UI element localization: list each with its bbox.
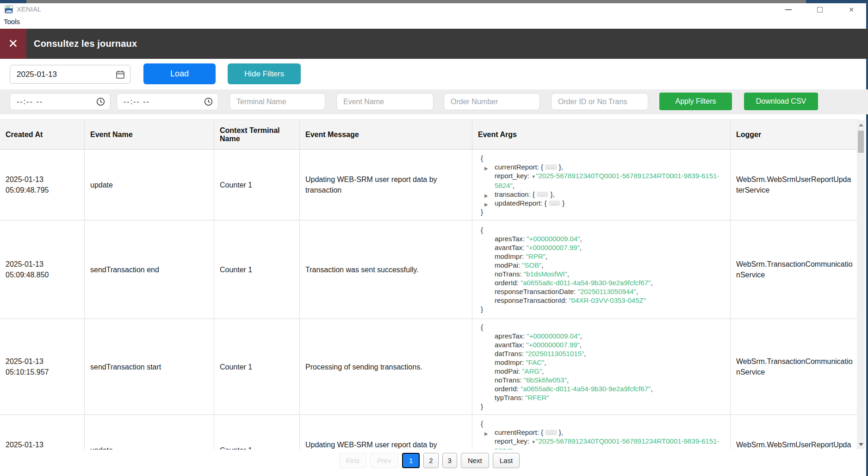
- date-field: [10, 65, 130, 84]
- json-key: currentReport: [495, 163, 537, 171]
- scroll-up-button[interactable]: [857, 121, 865, 129]
- terminal-name-input[interactable]: [230, 94, 325, 110]
- json-value: "04XR-03VV-0353-045Z": [569, 296, 646, 304]
- json-value: "2025-5678912340TQ0001-567891234RT0001-9…: [495, 437, 719, 450]
- order-id-input[interactable]: [552, 94, 648, 110]
- json-expander-icon[interactable]: ▼: [531, 174, 536, 179]
- json-key: transaction: [495, 190, 528, 198]
- json-key: orderId: [495, 385, 517, 393]
- download-csv-button[interactable]: Download CSV: [744, 93, 818, 110]
- minimize-button[interactable]: [782, 3, 795, 16]
- terminal-cell: Counter 1: [214, 150, 300, 220]
- pagination: FirstPrev123NextLast: [0, 453, 859, 468]
- column-header: Context Terminal Name: [214, 120, 300, 149]
- calendar-icon[interactable]: [116, 70, 125, 79]
- time-from-input[interactable]: [10, 94, 110, 110]
- json-value: "FAC": [526, 358, 545, 366]
- json-value: "a0655a8c-d011-4a54-9b30-9e2a9fcfcf67": [521, 385, 651, 393]
- terminal-name-field: [229, 93, 325, 110]
- event-args-json: {apresTax: "+000000009.04",avantTax: "+0…: [478, 225, 725, 313]
- close-icon: ✕: [8, 37, 19, 51]
- table-row: 2025-01-1305:09:48.795updateCounter 1Upd…: [0, 150, 859, 220]
- time-from-field: [10, 93, 111, 110]
- logs-table: Created AtEvent NameContext Terminal Nam…: [0, 119, 859, 450]
- json-value: "6bSk6fw053": [524, 376, 567, 384]
- args-cell: {▶currentReport: { ... },report_key: ▼"2…: [472, 415, 731, 450]
- json-value: "20250113050944": [578, 288, 636, 295]
- column-header: Logger: [731, 120, 859, 149]
- clock-icon[interactable]: [96, 97, 105, 106]
- column-header: Event Message: [300, 120, 472, 149]
- menu-tools[interactable]: Tools: [4, 16, 20, 27]
- json-value: "RPR": [526, 252, 546, 260]
- event-args-json: {apresTax: "+000000009.04",avantTax: "+0…: [478, 323, 725, 411]
- json-value: "SOB": [522, 261, 541, 269]
- order-number-field: [444, 93, 540, 110]
- json-collapsed-pill[interactable]: ...: [545, 430, 557, 435]
- maximize-button[interactable]: [813, 3, 826, 16]
- args-cell: {apresTax: "+000000009.04",avantTax: "+0…: [472, 319, 731, 414]
- table-header-row: Created AtEvent NameContext Terminal Nam…: [0, 120, 859, 150]
- json-value: "2025-5678912340TQ0001-567891234RT0001-9…: [495, 172, 719, 189]
- table-row: 2025-01-1305:12:44.312updateCounter 1Upd…: [0, 415, 859, 450]
- table-body: 2025-01-1305:09:48.795updateCounter 1Upd…: [0, 150, 859, 450]
- json-key: report_key: [495, 172, 527, 180]
- xenial-logo-icon: [5, 5, 13, 13]
- event-name-field: [336, 93, 434, 110]
- page-title: Consultez les journaux: [34, 29, 137, 59]
- message-cell: Updating WEB-SRM user report data by tra…: [300, 150, 472, 220]
- menu-bar: Tools: [0, 16, 866, 28]
- page-button-2[interactable]: 2: [423, 453, 438, 468]
- args-cell: {apresTax: "+000000009.04",avantTax: "+0…: [472, 220, 731, 319]
- next-page-button[interactable]: Next: [461, 453, 489, 468]
- hide-filters-button[interactable]: Hide Filters: [228, 63, 301, 84]
- json-key: avantTax: [495, 244, 522, 251]
- order-number-input[interactable]: [444, 94, 539, 110]
- logger-cell: WebSrm.WebSrmUserReportUpdaterService: [731, 415, 859, 450]
- logger-cell: WebSrm.TransactionCommunicationService: [731, 220, 859, 319]
- time-to-input[interactable]: [117, 94, 218, 110]
- json-collapsed-pill[interactable]: ...: [549, 200, 560, 206]
- vertical-scrollbar[interactable]: [857, 120, 865, 449]
- last-page-button[interactable]: Last: [493, 453, 520, 468]
- created-at-cell: 2025-01-1305:10:15.957: [0, 319, 85, 414]
- scroll-up-icon: [859, 124, 863, 126]
- column-header: Event Name: [85, 120, 214, 149]
- message-cell: Transaction was sent successfully.: [300, 220, 472, 319]
- date-input[interactable]: [10, 65, 103, 83]
- event-args-json: {▶currentReport: { ... },report_key: ▼"2…: [478, 419, 725, 450]
- page-button-1[interactable]: 1: [402, 453, 420, 468]
- json-expander-icon[interactable]: ▼: [531, 439, 536, 445]
- order-id-field: [551, 93, 648, 110]
- message-cell: Processing of sending transactions.: [300, 319, 472, 414]
- minimize-icon: [785, 9, 792, 10]
- load-button[interactable]: Load: [143, 63, 216, 84]
- json-key: datTrans: [495, 350, 522, 357]
- window-top-border: [0, 0, 868, 3]
- apply-filters-button[interactable]: Apply Filters: [659, 93, 732, 110]
- close-view-button[interactable]: ✕: [0, 29, 26, 59]
- json-value: "+000000009.04": [527, 235, 580, 243]
- scrollbar-thumb[interactable]: [858, 131, 864, 153]
- json-key: report_key: [495, 437, 527, 445]
- table-row: 2025-01-1305:09:48.850sendTransaction en…: [0, 220, 859, 319]
- event-name-cell: update: [85, 150, 214, 220]
- page-button-3[interactable]: 3: [442, 453, 457, 468]
- scroll-down-button[interactable]: [857, 441, 865, 448]
- close-window-button[interactable]: ✕: [845, 3, 858, 16]
- event-name-input[interactable]: [337, 94, 433, 110]
- clock-icon[interactable]: [204, 97, 213, 106]
- json-value: "20250113051015": [526, 350, 584, 357]
- json-collapsed-pill[interactable]: ...: [537, 192, 548, 197]
- column-header: Event Args: [472, 120, 731, 149]
- json-value: "b1dsMosfWI": [524, 270, 567, 278]
- event-name-cell: sendTransaction start: [85, 319, 214, 414]
- json-collapsed-pill[interactable]: ...: [545, 164, 557, 170]
- json-value: "+000000007.99": [526, 244, 579, 251]
- created-at-cell: 2025-01-1305:12:44.312: [0, 415, 85, 450]
- terminal-cell: Counter 1: [214, 220, 300, 319]
- close-icon: ✕: [849, 6, 854, 13]
- prev-page-button: Prev: [370, 453, 398, 468]
- scroll-down-icon: [859, 443, 863, 446]
- column-header: Created At: [0, 120, 85, 149]
